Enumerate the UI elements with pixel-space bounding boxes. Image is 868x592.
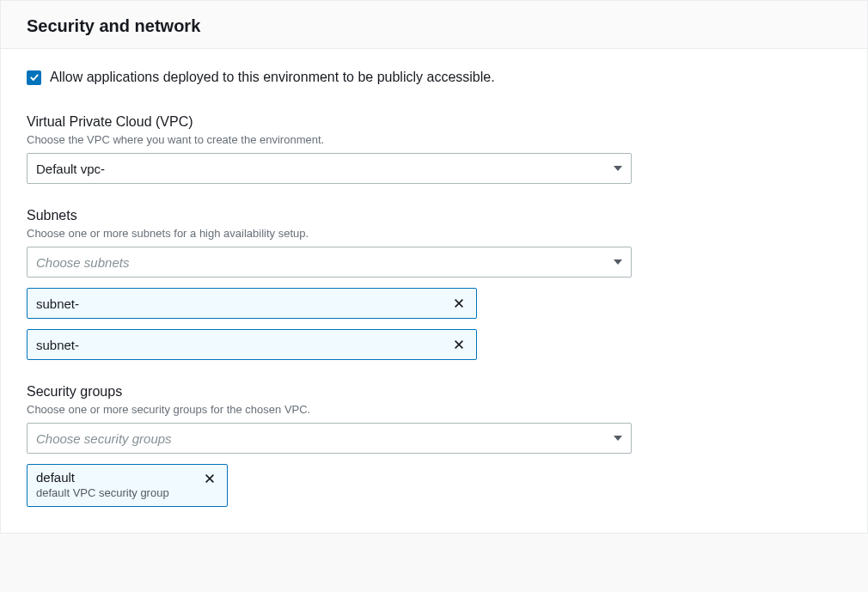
subnet-tag-label: subnet- [36,338,79,352]
security-group-tag-content: default default VPC security group [36,470,169,499]
public-access-checkbox[interactable] [27,70,41,85]
caret-down-icon [614,436,622,441]
panel-header: Security and network [1,1,867,49]
vpc-field: Virtual Private Cloud (VPC) Choose the V… [27,114,841,184]
panel-title: Security and network [27,16,841,36]
subnet-tag-label: subnet- [36,296,79,311]
subnets-select[interactable]: Choose subnets [27,247,632,278]
security-groups-tags: default default VPC security group [27,464,841,507]
security-groups-label: Security groups [27,384,841,400]
caret-down-icon [614,259,622,265]
checkmark-icon [29,72,40,82]
subnets-placeholder: Choose subnets [36,255,129,270]
security-groups-placeholder: Choose security groups [36,431,172,446]
security-network-panel: Security and network Allow applications … [0,0,868,534]
vpc-help: Choose the VPC where you want to create … [27,133,841,146]
vpc-label: Virtual Private Cloud (VPC) [27,114,841,130]
vpc-select[interactable]: Default vpc- [27,153,632,184]
public-access-label: Allow applications deployed to this envi… [50,70,495,85]
vpc-select-value: Default vpc- [36,162,105,176]
panel-body: Allow applications deployed to this envi… [1,49,867,533]
security-group-tag: default default VPC security group [27,464,228,507]
public-access-row: Allow applications deployed to this envi… [27,70,841,85]
subnet-tag: subnet- [27,288,477,319]
subnet-tag-remove[interactable] [450,295,468,312]
security-groups-help: Choose one or more security groups for t… [27,403,841,416]
subnet-tag-remove[interactable] [450,336,468,353]
security-group-tag-description: default VPC security group [36,486,169,499]
security-group-tag-remove[interactable] [201,470,218,487]
security-group-tag-name: default [36,470,169,485]
caret-down-icon [614,166,622,171]
subnets-tags: subnet- subnet- [27,288,841,360]
close-icon [453,339,465,351]
close-icon [453,297,465,309]
security-groups-field: Security groups Choose one or more secur… [27,384,841,507]
subnets-help: Choose one or more subnets for a high av… [27,227,841,240]
close-icon [204,473,216,485]
security-groups-select[interactable]: Choose security groups [27,423,632,454]
subnet-tag: subnet- [27,329,477,360]
subnets-label: Subnets [27,208,841,223]
subnets-field: Subnets Choose one or more subnets for a… [27,208,841,360]
